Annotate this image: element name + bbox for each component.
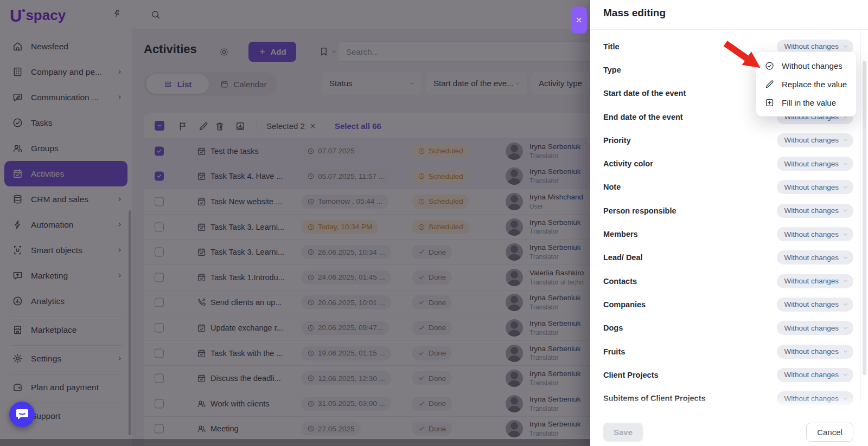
panel-field: MembersWithout changes (590, 222, 868, 245)
field-label: Fruits (603, 347, 625, 356)
field-mode-dropdown[interactable]: Without changes (777, 321, 853, 335)
modal-overlay (0, 0, 590, 446)
field-mode-dropdown[interactable]: Without changes (777, 157, 853, 171)
field-mode-value: Without changes (784, 347, 839, 355)
menu-item-fill-in-the-value[interactable]: Fill in the value (756, 93, 856, 112)
field-mode-dropdown[interactable]: Without changes (777, 250, 853, 264)
chevron-down-icon (843, 231, 848, 237)
field-mode-value: Without changes (784, 277, 839, 285)
field-label: Contacts (603, 277, 637, 286)
chevron-down-icon (843, 208, 848, 214)
field-mode-value: Without changes (784, 206, 839, 215)
chevron-down-icon (843, 161, 848, 167)
check-circle-icon (764, 61, 775, 71)
panel-field: FruitsWithout changes (590, 340, 868, 363)
panel-field: DogsWithout changes (590, 316, 868, 340)
field-mode-value: Without changes (784, 230, 839, 238)
field-label: Person responsible (603, 206, 676, 215)
close-icon (575, 16, 583, 24)
panel-scrollbar-thumb[interactable] (863, 61, 866, 375)
panel-field: PriorityWithout changes (590, 128, 868, 152)
panel-field: Person responsibleWithout changes (590, 199, 868, 222)
plus-square-icon (764, 98, 775, 108)
panel-divider (590, 29, 868, 30)
panel-footer: Save Cancel (590, 408, 868, 446)
field-label: Activity color (603, 159, 653, 168)
field-label: Priority (603, 136, 631, 145)
field-label: Note (603, 183, 621, 191)
field-label: Lead/ Deal (603, 253, 643, 262)
save-button[interactable]: Save (603, 423, 643, 442)
field-mode-dropdown[interactable]: Without changes (777, 204, 853, 218)
field-mode-dropdown[interactable]: Without changes (777, 227, 853, 241)
chevron-down-icon (843, 184, 848, 190)
panel-field: ContactsWithout changes (590, 269, 868, 293)
cancel-button[interactable]: Cancel (806, 423, 853, 442)
field-mode-value: Without changes (784, 254, 839, 262)
panel-field: Lead/ DealWithout changes (590, 246, 868, 269)
panel-field: Activity colorWithout changes (590, 152, 868, 175)
field-label: Start date of the event (603, 89, 686, 98)
field-mode-value: Without changes (784, 324, 839, 332)
field-label: Members (603, 230, 638, 238)
field-mode-dropdown[interactable]: Without changes (777, 274, 853, 288)
change-mode-dropdown: Without changesReplace the valueFill in … (756, 51, 857, 117)
chevron-down-icon (843, 255, 848, 261)
chevron-down-icon (843, 137, 848, 143)
panel-field: CompaniesWithout changes (590, 293, 868, 316)
chevron-down-icon (843, 372, 848, 378)
panel-field: NoteWithout changes (590, 176, 868, 199)
field-label: Companies (603, 300, 646, 309)
menu-item-label: Without changes (782, 61, 843, 70)
field-label: Type (603, 66, 621, 74)
field-mode-dropdown[interactable]: Without changes (777, 133, 853, 147)
field-label: End date of the event (603, 113, 683, 121)
app-window: U spacy NewsfeedCompany and pe...Communi… (0, 0, 868, 446)
field-mode-dropdown[interactable]: Without changes (777, 180, 853, 194)
field-mode-value: Without changes (784, 42, 839, 50)
chevron-down-icon (843, 301, 848, 307)
chat-bubble-icon (16, 409, 29, 421)
menu-item-replace-the-value[interactable]: Replace the value (756, 75, 856, 93)
field-mode-value: Without changes (784, 136, 839, 144)
field-mode-value: Without changes (784, 371, 839, 379)
bottom-edge-shadow (0, 439, 590, 446)
chevron-down-icon (843, 348, 848, 354)
panel-title: Mass editing (603, 7, 666, 19)
field-mode-dropdown[interactable]: Without changes (777, 298, 853, 312)
pencil-icon (764, 79, 775, 89)
menu-item-without-changes[interactable]: Without changes (756, 56, 856, 75)
field-mode-value: Without changes (784, 160, 839, 168)
field-mode-dropdown[interactable]: Without changes (777, 368, 853, 382)
menu-item-label: Replace the value (782, 80, 847, 89)
field-mode-value: Without changes (784, 300, 839, 308)
menu-item-label: Fill in the value (782, 98, 836, 107)
chevron-down-icon (843, 278, 848, 284)
panel-scrollbar-track (860, 30, 868, 446)
field-label: Dogs (603, 324, 623, 332)
field-mode-value: Without changes (784, 183, 839, 191)
field-label: Title (603, 42, 620, 51)
support-chat-button[interactable] (9, 402, 35, 427)
field-mode-dropdown[interactable]: Without changes (777, 345, 853, 359)
close-panel-button[interactable] (571, 7, 587, 34)
chevron-down-icon (843, 43, 848, 49)
panel-field: Client ProjectsWithout changes (590, 363, 868, 386)
chevron-down-icon (843, 325, 848, 331)
field-label: Client Projects (603, 371, 659, 379)
